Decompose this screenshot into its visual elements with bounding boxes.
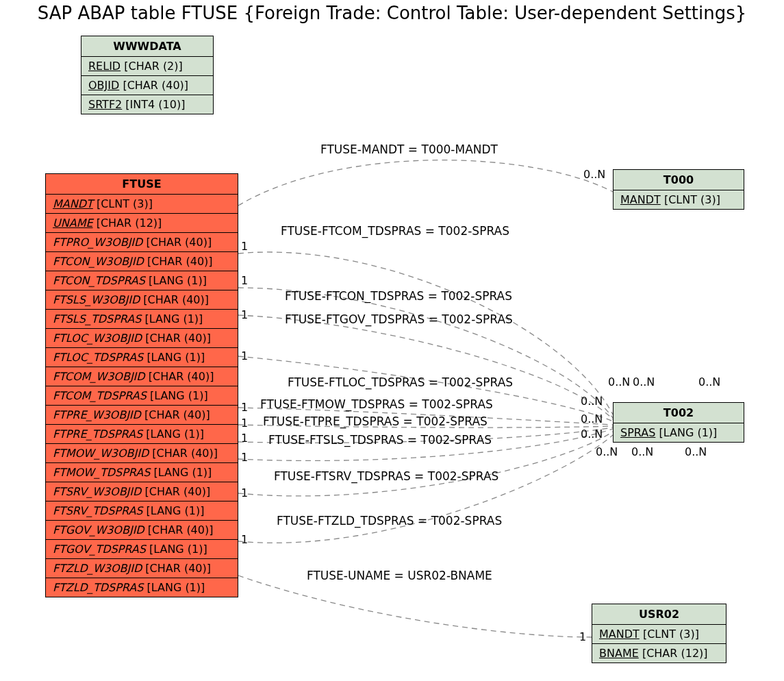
field-row: FTSRV_W3OBJID [CHAR (40)] xyxy=(46,482,238,502)
relation-label: FTUSE-MANDT = T000-MANDT xyxy=(320,143,498,156)
field-row: FTMOW_TDSPRAS [LANG (1)] xyxy=(46,463,238,482)
cardinality-label: 0..N xyxy=(685,445,707,458)
cardinality-label: 1 xyxy=(241,417,248,430)
field-row: FTPRO_W3OBJID [CHAR (40)] xyxy=(46,233,238,252)
cardinality-label: 0..N xyxy=(631,445,653,458)
entity-wwwdata: WWWDATA RELID [CHAR (2)] OBJID [CHAR (40… xyxy=(81,36,214,114)
field-row: FTPRE_W3OBJID [CHAR (40)] xyxy=(46,406,238,425)
cardinality-label: 1 xyxy=(241,308,248,321)
field-row: MANDT [CLNT (3)] xyxy=(614,190,744,209)
relation-label: FTUSE-FTLOC_TDSPRAS = T002-SPRAS xyxy=(288,375,513,389)
relation-label: FTUSE-FTZLD_TDSPRAS = T002-SPRAS xyxy=(277,514,502,528)
field-row: FTZLD_W3OBJID [CHAR (40)] xyxy=(46,559,238,578)
field-row: OBJID [CHAR (40)] xyxy=(81,76,213,95)
field-row: FTCON_TDSPRAS [LANG (1)] xyxy=(46,271,238,290)
relation-label: FTUSE-FTPRE_TDSPRAS = T002-SPRAS xyxy=(263,414,488,428)
field-row: FTPRE_TDSPRAS [LANG (1)] xyxy=(46,425,238,444)
cardinality-label: 1 xyxy=(241,349,248,362)
relation-label: FTUSE-FTMOW_TDSPRAS = T002-SPRAS xyxy=(260,397,493,411)
entity-t000: T000 MANDT [CLNT (3)] xyxy=(613,169,744,210)
relation-label: FTUSE-FTSRV_TDSPRAS = T002-SPRAS xyxy=(274,469,498,483)
field-row: FTCOM_TDSPRAS [LANG (1)] xyxy=(46,386,238,406)
cardinality-label: 0..N xyxy=(583,168,605,181)
entity-t002: T002 SPRAS [LANG (1)] xyxy=(613,402,744,443)
field-row: MANDT [CLNT (3)] xyxy=(592,625,726,644)
field-row: SPRAS [LANG (1)] xyxy=(614,423,744,442)
field-row: FTCON_W3OBJID [CHAR (40)] xyxy=(46,252,238,271)
cardinality-label: 0..N xyxy=(608,375,630,388)
entity-usr02: USR02 MANDT [CLNT (3)] BNAME [CHAR (12)] xyxy=(592,604,726,663)
field-row: FTMOW_W3OBJID [CHAR (40)] xyxy=(46,444,238,463)
cardinality-label: 0..N xyxy=(596,445,618,458)
cardinality-label: 1 xyxy=(579,630,586,643)
relation-label: FTUSE-FTCON_TDSPRAS = T002-SPRAS xyxy=(285,289,512,303)
field-row: FTLOC_W3OBJID [CHAR (40)] xyxy=(46,329,238,348)
cardinality-label: 0..N xyxy=(581,428,603,441)
field-row: UNAME [CHAR (12)] xyxy=(46,214,238,233)
cardinality-label: 1 xyxy=(241,533,248,546)
entity-header: WWWDATA xyxy=(81,36,213,57)
relation-label: FTUSE-FTCOM_TDSPRAS = T002-SPRAS xyxy=(281,224,509,238)
field-row: FTGOV_W3OBJID [CHAR (40)] xyxy=(46,521,238,540)
cardinality-label: 1 xyxy=(241,401,248,414)
field-row: FTCOM_W3OBJID [CHAR (40)] xyxy=(46,367,238,386)
field-row: RELID [CHAR (2)] xyxy=(81,57,213,76)
field-row: BNAME [CHAR (12)] xyxy=(592,644,726,663)
relation-label: FTUSE-FTSLS_TDSPRAS = T002-SPRAS xyxy=(268,433,492,447)
field-row: FTSLS_W3OBJID [CHAR (40)] xyxy=(46,290,238,310)
cardinality-label: 1 xyxy=(241,451,248,464)
entity-header: T002 xyxy=(614,403,744,423)
field-row: FTZLD_TDSPRAS [LANG (1)] xyxy=(46,578,238,597)
entity-header: T000 xyxy=(614,170,744,190)
cardinality-label: 1 xyxy=(241,240,248,253)
cardinality-label: 1 xyxy=(241,486,248,499)
cardinality-label: 0..N xyxy=(698,375,720,388)
entity-header: USR02 xyxy=(592,604,726,625)
entity-header: FTUSE xyxy=(46,174,238,195)
cardinality-label: 0..N xyxy=(581,395,603,408)
cardinality-label: 0..N xyxy=(581,412,603,425)
field-row: SRTF2 [INT4 (10)] xyxy=(81,95,213,114)
field-row: MANDT [CLNT (3)] xyxy=(46,195,238,214)
cardinality-label: 1 xyxy=(241,432,248,445)
field-row: FTGOV_TDSPRAS [LANG (1)] xyxy=(46,540,238,559)
field-row: FTLOC_TDSPRAS [LANG (1)] xyxy=(46,348,238,367)
relation-label: FTUSE-UNAME = USR02-BNAME xyxy=(307,569,492,582)
cardinality-label: 1 xyxy=(241,274,248,287)
page-title: SAP ABAP table FTUSE {Foreign Trade: Con… xyxy=(0,3,784,23)
relation-label: FTUSE-FTGOV_TDSPRAS = T002-SPRAS xyxy=(285,312,513,326)
field-row: FTSLS_TDSPRAS [LANG (1)] xyxy=(46,310,238,329)
entity-ftuse: FTUSE MANDT [CLNT (3)] UNAME [CHAR (12)]… xyxy=(45,173,238,597)
field-row: FTSRV_TDSPRAS [LANG (1)] xyxy=(46,502,238,521)
cardinality-label: 0..N xyxy=(633,375,655,388)
